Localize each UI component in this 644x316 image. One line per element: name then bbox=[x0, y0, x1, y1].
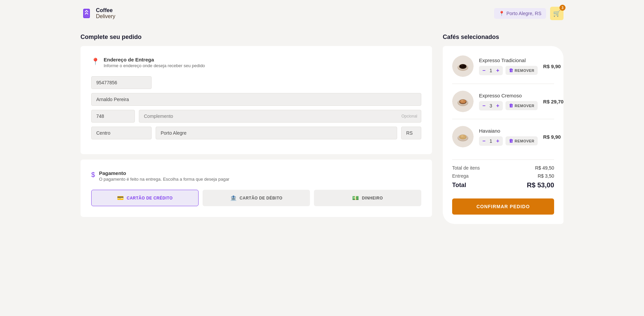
cash-icon: 💵 bbox=[352, 195, 359, 201]
confirm-order-button[interactable]: CONFIRMAR PEDIDO bbox=[452, 198, 554, 215]
coffee-details-havaiano: Havaiano − 1 + 🗑 REMOVER bbox=[479, 128, 538, 146]
coffee-name-expresso-trad: Expresso Tradicional bbox=[479, 57, 538, 63]
grand-total-row: Total R$ 53,00 bbox=[452, 181, 554, 189]
remove-havaiano-button[interactable]: 🗑 REMOVER bbox=[505, 136, 538, 145]
payment-card: $ Pagamento O pagamento é feito na entre… bbox=[80, 160, 432, 217]
qty-decrease-havaiano[interactable]: − bbox=[482, 138, 485, 144]
logo: Coffee Delivery bbox=[80, 7, 115, 19]
qty-increase-expresso-crem[interactable]: + bbox=[496, 103, 499, 108]
coffee-item-expresso-trad: Expresso Tradicional − 1 + 🗑 REMOVER R bbox=[452, 55, 554, 84]
address-card-header: 📍 Endereço de Entrega Informe o endereço… bbox=[91, 57, 421, 68]
order-card: Expresso Tradicional − 1 + 🗑 REMOVER R bbox=[443, 46, 564, 224]
location-badge: 📍 Porto Alegre, RS bbox=[494, 8, 546, 19]
payment-heading: Pagamento bbox=[99, 170, 229, 176]
complemento-input[interactable] bbox=[139, 110, 421, 123]
coffee-name-expresso-crem: Expresso Cremoso bbox=[479, 93, 538, 98]
svg-point-7 bbox=[461, 65, 463, 66]
logo-coffee: Coffee bbox=[96, 7, 115, 13]
pay-cash-label: DINHEIRO bbox=[362, 196, 383, 200]
coffee-price-expresso-crem: R$ 29,70 bbox=[543, 99, 564, 104]
location-icon: 📍 bbox=[499, 11, 504, 16]
bairro-input[interactable] bbox=[91, 127, 152, 139]
rua-input[interactable] bbox=[91, 93, 421, 106]
pay-credit-button[interactable]: 💳 CARTÃO DE CRÉDITO bbox=[91, 190, 199, 206]
coffee-price-havaiano: R$ 9,90 bbox=[543, 134, 561, 140]
address-card: 📍 Endereço de Entrega Informe o endereço… bbox=[80, 46, 432, 154]
remove-label-havaiano: REMOVER bbox=[515, 139, 534, 143]
bank-icon: 🏦 bbox=[230, 195, 237, 201]
svg-point-13 bbox=[461, 100, 464, 102]
coffee-item-havaiano: Havaiano − 1 + 🗑 REMOVER R$ 9,90 bbox=[452, 126, 554, 154]
coffee-name-havaiano: Havaiano bbox=[479, 128, 538, 134]
pay-debit-label: CARTÃO DE DÉBITO bbox=[239, 196, 282, 200]
delivery-value: R$ 3,50 bbox=[538, 173, 554, 179]
left-column: Complete seu pedido 📍 Endereço de Entreg… bbox=[80, 34, 432, 222]
coffee-item-expresso-crem: Expresso Cremoso − 3 + 🗑 REMOVER R$ 29 bbox=[452, 91, 554, 119]
payment-methods: 💳 CARTÃO DE CRÉDITO 🏦 CARTÃO DE DÉBITO 💵… bbox=[91, 190, 421, 206]
svg-point-6 bbox=[460, 64, 466, 68]
qty-increase-havaiano[interactable]: + bbox=[496, 138, 499, 144]
coffee-details-expresso-crem: Expresso Cremoso − 3 + 🗑 REMOVER bbox=[479, 93, 538, 110]
address-icon: 📍 bbox=[91, 57, 100, 65]
remove-label-expresso-crem: REMOVER bbox=[515, 104, 534, 108]
qty-ctrl-expresso-crem: − 3 + bbox=[479, 101, 503, 110]
grand-total-label: Total bbox=[452, 182, 466, 189]
qty-ctrl-expresso-trad: − 1 + bbox=[479, 66, 503, 75]
total-items-value: R$ 49,50 bbox=[535, 165, 554, 171]
pay-cash-button[interactable]: 💵 DINHEIRO bbox=[314, 190, 421, 206]
coffee-controls-expresso-crem: − 3 + 🗑 REMOVER bbox=[479, 101, 538, 110]
qty-ctrl-havaiano: − 1 + bbox=[479, 136, 503, 146]
total-items-row: Total de itens R$ 49,50 bbox=[452, 165, 554, 171]
payment-subheading: O pagamento é feito na entrega. Escolha … bbox=[99, 177, 229, 182]
payment-icon: $ bbox=[91, 171, 95, 179]
payment-card-header: $ Pagamento O pagamento é feito na entre… bbox=[91, 170, 421, 182]
coffee-img-expresso-trad bbox=[452, 55, 474, 77]
trash-icon-havaiano: 🗑 bbox=[509, 138, 514, 143]
qty-decrease-expresso-crem[interactable]: − bbox=[482, 103, 485, 108]
grand-total-value: R$ 53,00 bbox=[527, 181, 554, 189]
pay-debit-button[interactable]: 🏦 CARTÃO DE DÉBITO bbox=[203, 190, 310, 206]
pay-credit-label: CARTÃO DE CRÉDITO bbox=[127, 196, 173, 200]
coffee-controls-havaiano: − 1 + 🗑 REMOVER bbox=[479, 136, 538, 146]
qty-decrease-expresso-trad[interactable]: − bbox=[482, 68, 485, 73]
location-text: Porto Alegre, RS bbox=[506, 11, 541, 16]
address-row-num-comp: Opcional bbox=[91, 110, 421, 123]
left-section-title: Complete seu pedido bbox=[80, 34, 432, 41]
cart-icon: 🛒 bbox=[553, 10, 560, 17]
trash-icon-expresso-crem: 🗑 bbox=[509, 103, 514, 108]
order-totals: Total de itens R$ 49,50 Entrega R$ 3,50 … bbox=[452, 160, 554, 189]
numero-input[interactable] bbox=[91, 110, 135, 123]
cidade-input[interactable] bbox=[156, 127, 397, 139]
cart-count: 3 bbox=[559, 5, 566, 11]
address-row-city bbox=[91, 127, 421, 139]
address-heading: Endereço de Entrega bbox=[104, 57, 205, 62]
coffee-img-havaiano bbox=[452, 126, 474, 147]
coffee-price-expresso-trad: R$ 9,90 bbox=[543, 63, 561, 69]
qty-num-havaiano: 1 bbox=[488, 138, 493, 144]
uf-input[interactable] bbox=[401, 127, 421, 139]
trash-icon-expresso-trad: 🗑 bbox=[509, 68, 514, 73]
header-right: 📍 Porto Alegre, RS 🛒 3 bbox=[494, 7, 564, 20]
logo-delivery: Delivery bbox=[96, 13, 115, 19]
coffee-details-expresso-trad: Expresso Tradicional − 1 + 🗑 REMOVER bbox=[479, 57, 538, 75]
qty-increase-expresso-trad[interactable]: + bbox=[496, 68, 499, 73]
delivery-row: Entrega R$ 3,50 bbox=[452, 173, 554, 179]
cart-button[interactable]: 🛒 3 bbox=[550, 7, 564, 20]
coffee-img-expresso-crem bbox=[452, 91, 474, 112]
svg-point-19 bbox=[461, 135, 464, 137]
logo-icon bbox=[80, 7, 93, 19]
coffee-controls-expresso-trad: − 1 + 🗑 REMOVER bbox=[479, 66, 538, 75]
address-row-cep bbox=[91, 76, 421, 89]
address-subheading: Informe o endereço onde deseja receber s… bbox=[104, 63, 205, 68]
right-section-title: Cafés selecionados bbox=[443, 34, 564, 41]
qty-num-expresso-trad: 1 bbox=[488, 68, 493, 73]
credit-card-icon: 💳 bbox=[117, 195, 124, 201]
remove-expresso-trad-button[interactable]: 🗑 REMOVER bbox=[505, 66, 538, 75]
qty-num-expresso-crem: 3 bbox=[488, 103, 493, 108]
right-column: Cafés selecionados Expresso Tradicional bbox=[443, 34, 564, 224]
logo-text: Coffee Delivery bbox=[96, 7, 115, 19]
total-items-label: Total de itens bbox=[452, 165, 480, 171]
remove-label-expresso-trad: REMOVER bbox=[515, 69, 534, 73]
cep-input[interactable] bbox=[91, 76, 152, 89]
remove-expresso-crem-button[interactable]: 🗑 REMOVER bbox=[505, 101, 538, 110]
